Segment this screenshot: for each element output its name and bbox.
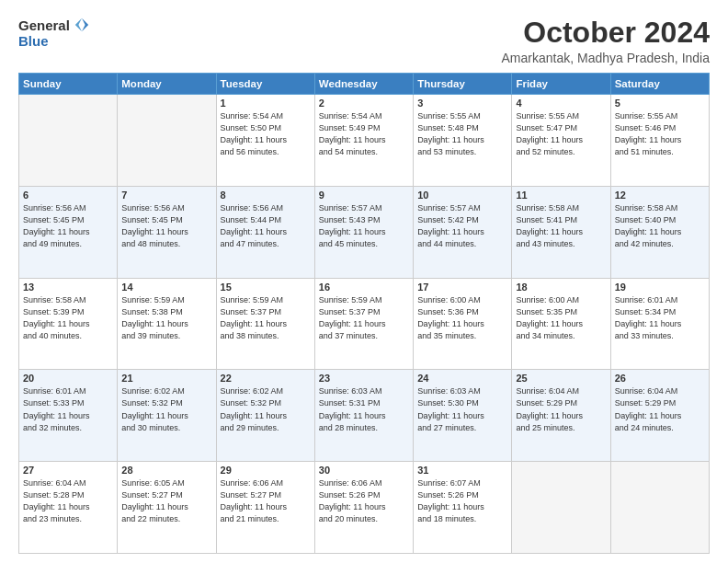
weekday-saturday: Saturday (610, 74, 709, 95)
day-number: 13 (23, 282, 113, 293)
day-info: Sunrise: 6:02 AM Sunset: 5:32 PM Dayligh… (221, 385, 311, 433)
calendar-cell: 11Sunrise: 5:58 AM Sunset: 5:41 PM Dayli… (512, 186, 610, 278)
weekday-friday: Friday (512, 74, 610, 95)
day-number: 19 (615, 282, 705, 293)
week-row-1: 1Sunrise: 5:54 AM Sunset: 5:50 PM Daylig… (19, 95, 710, 187)
calendar-cell (512, 462, 610, 554)
day-number: 23 (319, 373, 409, 384)
day-number: 26 (615, 373, 705, 384)
day-number: 12 (615, 190, 705, 201)
header: General Blue October 2024 Amarkantak, Ma… (18, 17, 710, 65)
day-number: 31 (417, 465, 507, 476)
day-info: Sunrise: 5:57 AM Sunset: 5:43 PM Dayligh… (319, 202, 409, 250)
day-number: 6 (23, 190, 113, 201)
location: Amarkantak, Madhya Pradesh, India (502, 51, 710, 65)
calendar-cell: 19Sunrise: 6:01 AM Sunset: 5:34 PM Dayli… (610, 278, 709, 370)
day-info: Sunrise: 5:55 AM Sunset: 5:46 PM Dayligh… (615, 110, 705, 158)
logo-general: General (18, 17, 70, 33)
day-info: Sunrise: 6:01 AM Sunset: 5:33 PM Dayligh… (23, 385, 113, 433)
calendar-cell: 29Sunrise: 6:06 AM Sunset: 5:27 PM Dayli… (216, 462, 314, 554)
calendar-cell (610, 462, 709, 554)
calendar-cell: 28Sunrise: 6:05 AM Sunset: 5:27 PM Dayli… (118, 462, 216, 554)
calendar-cell: 23Sunrise: 6:03 AM Sunset: 5:31 PM Dayli… (314, 370, 413, 462)
title-section: October 2024 Amarkantak, Madhya Pradesh,… (502, 17, 710, 65)
day-info: Sunrise: 6:04 AM Sunset: 5:28 PM Dayligh… (23, 477, 113, 525)
calendar-cell: 7Sunrise: 5:56 AM Sunset: 5:45 PM Daylig… (118, 186, 216, 278)
calendar-cell: 22Sunrise: 6:02 AM Sunset: 5:32 PM Dayli… (216, 370, 314, 462)
weekday-monday: Monday (118, 74, 216, 95)
calendar-cell: 4Sunrise: 5:55 AM Sunset: 5:47 PM Daylig… (512, 95, 610, 187)
day-info: Sunrise: 6:02 AM Sunset: 5:32 PM Dayligh… (121, 385, 211, 433)
week-row-4: 20Sunrise: 6:01 AM Sunset: 5:33 PM Dayli… (19, 370, 710, 462)
day-info: Sunrise: 6:03 AM Sunset: 5:30 PM Dayligh… (417, 385, 507, 433)
calendar-cell (19, 95, 118, 187)
day-info: Sunrise: 6:04 AM Sunset: 5:29 PM Dayligh… (615, 385, 705, 433)
day-info: Sunrise: 6:04 AM Sunset: 5:29 PM Dayligh… (516, 385, 606, 433)
day-number: 20 (23, 373, 113, 384)
day-number: 24 (417, 373, 507, 384)
day-info: Sunrise: 5:59 AM Sunset: 5:38 PM Dayligh… (121, 294, 211, 342)
day-number: 11 (516, 190, 606, 201)
month-year: October 2024 (502, 17, 710, 49)
calendar-cell: 14Sunrise: 5:59 AM Sunset: 5:38 PM Dayli… (118, 278, 216, 370)
weekday-tuesday: Tuesday (216, 74, 314, 95)
day-number: 5 (615, 98, 705, 109)
page: General Blue October 2024 Amarkantak, Ma… (0, 0, 728, 563)
day-info: Sunrise: 5:56 AM Sunset: 5:45 PM Dayligh… (23, 202, 113, 250)
day-info: Sunrise: 5:55 AM Sunset: 5:47 PM Dayligh… (516, 110, 606, 158)
calendar-cell: 20Sunrise: 6:01 AM Sunset: 5:33 PM Dayli… (19, 370, 118, 462)
week-row-5: 27Sunrise: 6:04 AM Sunset: 5:28 PM Dayli… (19, 462, 710, 554)
day-info: Sunrise: 6:00 AM Sunset: 5:36 PM Dayligh… (417, 294, 507, 342)
day-info: Sunrise: 5:56 AM Sunset: 5:44 PM Dayligh… (221, 202, 311, 250)
day-info: Sunrise: 5:54 AM Sunset: 5:50 PM Dayligh… (221, 110, 311, 158)
day-info: Sunrise: 5:59 AM Sunset: 5:37 PM Dayligh… (221, 294, 311, 342)
calendar-cell: 24Sunrise: 6:03 AM Sunset: 5:30 PM Dayli… (414, 370, 512, 462)
day-info: Sunrise: 6:07 AM Sunset: 5:26 PM Dayligh… (417, 477, 507, 525)
calendar-cell: 3Sunrise: 5:55 AM Sunset: 5:48 PM Daylig… (414, 95, 512, 187)
day-number: 3 (417, 98, 507, 109)
weekday-thursday: Thursday (414, 74, 512, 95)
day-info: Sunrise: 6:00 AM Sunset: 5:35 PM Dayligh… (516, 294, 606, 342)
logo-blue: Blue (18, 33, 49, 49)
calendar-cell: 25Sunrise: 6:04 AM Sunset: 5:29 PM Dayli… (512, 370, 610, 462)
day-number: 9 (319, 190, 409, 201)
day-number: 22 (221, 373, 311, 384)
day-number: 30 (319, 465, 409, 476)
calendar: SundayMondayTuesdayWednesdayThursdayFrid… (18, 73, 710, 554)
weekday-wednesday: Wednesday (314, 74, 413, 95)
day-info: Sunrise: 5:57 AM Sunset: 5:42 PM Dayligh… (417, 202, 507, 250)
calendar-cell: 13Sunrise: 5:58 AM Sunset: 5:39 PM Dayli… (19, 278, 118, 370)
day-info: Sunrise: 5:58 AM Sunset: 5:39 PM Dayligh… (23, 294, 113, 342)
day-info: Sunrise: 6:01 AM Sunset: 5:34 PM Dayligh… (615, 294, 705, 342)
calendar-cell: 1Sunrise: 5:54 AM Sunset: 5:50 PM Daylig… (216, 95, 314, 187)
svg-marker-1 (75, 18, 82, 31)
weekday-sunday: Sunday (19, 74, 118, 95)
day-number: 8 (221, 190, 311, 201)
day-number: 14 (121, 282, 211, 293)
day-number: 1 (221, 98, 311, 109)
day-number: 17 (417, 282, 507, 293)
logo: General Blue (18, 17, 90, 49)
calendar-cell: 30Sunrise: 6:06 AM Sunset: 5:26 PM Dayli… (314, 462, 413, 554)
calendar-cell: 5Sunrise: 5:55 AM Sunset: 5:46 PM Daylig… (610, 95, 709, 187)
day-number: 10 (417, 190, 507, 201)
day-number: 7 (121, 190, 211, 201)
day-info: Sunrise: 5:58 AM Sunset: 5:41 PM Dayligh… (516, 202, 606, 250)
calendar-cell: 17Sunrise: 6:00 AM Sunset: 5:36 PM Dayli… (414, 278, 512, 370)
calendar-cell: 12Sunrise: 5:58 AM Sunset: 5:40 PM Dayli… (610, 186, 709, 278)
day-info: Sunrise: 5:59 AM Sunset: 5:37 PM Dayligh… (319, 294, 409, 342)
day-number: 18 (516, 282, 606, 293)
calendar-cell: 8Sunrise: 5:56 AM Sunset: 5:44 PM Daylig… (216, 186, 314, 278)
day-info: Sunrise: 5:55 AM Sunset: 5:48 PM Dayligh… (417, 110, 507, 158)
calendar-cell: 18Sunrise: 6:00 AM Sunset: 5:35 PM Dayli… (512, 278, 610, 370)
day-number: 28 (121, 465, 211, 476)
calendar-cell: 10Sunrise: 5:57 AM Sunset: 5:42 PM Dayli… (414, 186, 512, 278)
calendar-cell: 26Sunrise: 6:04 AM Sunset: 5:29 PM Dayli… (610, 370, 709, 462)
day-info: Sunrise: 6:06 AM Sunset: 5:26 PM Dayligh… (319, 477, 409, 525)
day-info: Sunrise: 5:56 AM Sunset: 5:45 PM Dayligh… (121, 202, 211, 250)
day-number: 16 (319, 282, 409, 293)
day-info: Sunrise: 5:58 AM Sunset: 5:40 PM Dayligh… (615, 202, 705, 250)
day-number: 27 (23, 465, 113, 476)
calendar-cell: 15Sunrise: 5:59 AM Sunset: 5:37 PM Dayli… (216, 278, 314, 370)
calendar-cell: 21Sunrise: 6:02 AM Sunset: 5:32 PM Dayli… (118, 370, 216, 462)
